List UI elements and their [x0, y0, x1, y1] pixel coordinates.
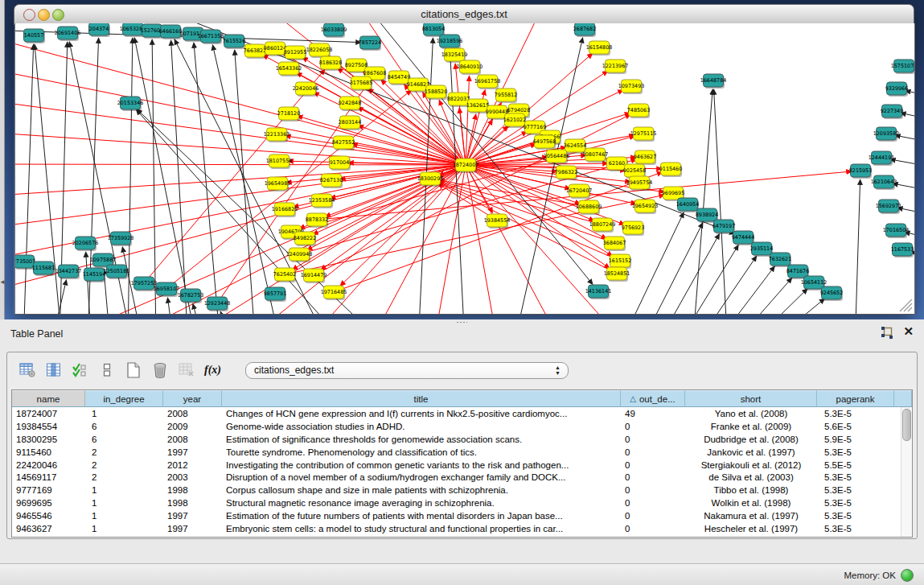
- graph-node-label: 18300295: [417, 175, 444, 182]
- delete-table-icon: [179, 363, 195, 377]
- graph-node-label: 2803144: [339, 119, 361, 126]
- graph-node-label: 14136141: [585, 288, 612, 295]
- graph-node-label: 1362615: [466, 102, 489, 109]
- table-row[interactable]: 1830029562008Estimation of significance …: [12, 433, 912, 446]
- table-cell-year: 1997: [163, 447, 222, 457]
- graph-edge: [763, 299, 825, 314]
- graph-node-label: 7857224: [359, 39, 381, 46]
- table-cell-year: 1997: [163, 511, 222, 521]
- network-window-titlebar[interactable]: citations_edges.txt: [14, 4, 914, 25]
- network-canvas[interactable]: 1405572069140620437410653287152760264661…: [14, 23, 915, 315]
- graph-edge: [171, 40, 188, 314]
- table-row[interactable]: 946554611997Estimation of the future num…: [12, 509, 912, 522]
- graph-node-label: 18724007: [453, 162, 479, 168]
- panel-splitter[interactable]: [0, 319, 924, 324]
- table-cell-pagerank: 5.3E-5: [817, 472, 894, 482]
- table-row[interactable]: 2242004622012Investigating the contribut…: [12, 459, 912, 472]
- table-cell-name: 9777169: [12, 485, 85, 495]
- table-row[interactable]: 1938455462009Genome-wide association stu…: [12, 420, 912, 433]
- graph-node-label: 9115460: [659, 166, 682, 172]
- graph-node-label: 9756923: [622, 225, 644, 231]
- column-header-out_degree[interactable]: △out_de...: [621, 390, 685, 407]
- graph-node-label: 16543362: [276, 65, 302, 72]
- splitter-grip-icon: [456, 321, 467, 323]
- table-cell-out_degree: 0: [621, 422, 685, 431]
- citation-network-graph[interactable]: 1405572069140620437410653287152760264661…: [15, 23, 914, 314]
- graph-edge: [298, 116, 466, 165]
- graph-node-label: 7632621: [769, 256, 791, 262]
- column-header-in_degree[interactable]: in_degree: [85, 390, 163, 407]
- graph-node-label: 19166825: [272, 206, 298, 212]
- graph-edge: [855, 179, 860, 314]
- graph-node-label: 62160: [609, 160, 625, 167]
- graph-node-label: 16033809: [321, 27, 347, 33]
- table-mode-button[interactable]: [17, 360, 37, 381]
- graph-node-label: 7615526: [223, 38, 245, 44]
- table-cell-title: Estimation of the future numbers of pati…: [222, 511, 621, 521]
- column-header-year[interactable]: year: [163, 390, 222, 407]
- table-row[interactable]: 969969511998Structural magnetic resonanc…: [12, 496, 912, 509]
- table-row[interactable]: 946362711997Embryonic stem cells: a mode…: [12, 522, 912, 535]
- table-row[interactable]: 977716911998Corpus callosum shape and si…: [12, 484, 912, 496]
- table-cell-out_degree: 0: [621, 472, 685, 482]
- graph-node-label: 6479197: [713, 223, 735, 229]
- graph-node-label: 2935114: [750, 245, 773, 252]
- graph-node-label: 10654112: [801, 279, 827, 286]
- graph-node-label: 9242848: [339, 100, 361, 106]
- graph-node-label: 10975887: [90, 257, 117, 263]
- table-cell-year: 1997: [163, 524, 222, 534]
- unselect-all-columns-button[interactable]: [97, 360, 117, 381]
- network-table-select[interactable]: citations_edges.txt ▲▼: [245, 362, 569, 379]
- graph-node-label: 9474444: [732, 234, 754, 241]
- graph-node-label: 22420046: [293, 85, 319, 92]
- table-row[interactable]: 911546021997Tourette syndrome. Phenomeno…: [12, 446, 912, 459]
- table-row[interactable]: 1872400712008Changes of HCN gene express…: [12, 407, 912, 420]
- table-cell-in_degree: 1: [85, 409, 163, 418]
- delete-columns-button[interactable]: [150, 360, 170, 381]
- delete-table-button[interactable]: [176, 360, 196, 381]
- graph-node-label: 19218596: [437, 38, 463, 44]
- table-row[interactable]: 1456911722003Disruption of a novel membe…: [12, 471, 912, 484]
- graph-node-label: 3624554: [564, 142, 586, 149]
- table-scrollbar[interactable]: [901, 407, 912, 537]
- create-column-button[interactable]: [123, 360, 143, 381]
- graph-node-label: 10807467: [582, 151, 609, 158]
- graph-edge: [675, 245, 738, 314]
- graph-node-label: 9329966: [885, 85, 908, 92]
- function-builder-button[interactable]: f(x): [203, 360, 223, 381]
- select-all-columns-button[interactable]: [70, 360, 90, 381]
- scrollbar-thumb[interactable]: [902, 409, 911, 441]
- graph-node-label: 16720407: [566, 187, 593, 194]
- table-cell-pagerank: 5.3E-5: [817, 498, 894, 508]
- graph-node-label: 7485063: [627, 107, 650, 113]
- canvas-resize-grip[interactable]: [897, 296, 913, 312]
- graph-node-label: 12093582: [873, 130, 900, 137]
- graph-node-label: 18640910: [457, 64, 483, 70]
- table-cell-out_degree: 0: [621, 511, 685, 521]
- graph-node-label: 13442737: [55, 268, 82, 274]
- network-desktop: citations_edges.txt 14055720691406204374…: [0, 0, 924, 319]
- graph-node-label: 10688609: [576, 204, 602, 210]
- graph-node-label: 12923448: [204, 300, 231, 307]
- graph-node-label: 19384554: [484, 217, 511, 224]
- panel-collapse-arrow-icon[interactable]: ◄: [0, 278, 6, 286]
- close-panel-icon[interactable]: ✕: [903, 325, 914, 337]
- show-columns-icon: [46, 363, 62, 377]
- show-columns-button[interactable]: [43, 360, 64, 381]
- float-panel-icon[interactable]: [881, 327, 893, 339]
- graph-node-label: 18107554: [266, 158, 293, 164]
- table-cell-out_degree: 49: [621, 409, 685, 418]
- table-cell-name: 9115460: [12, 447, 85, 457]
- graph-node-label: 12213967: [602, 63, 629, 69]
- column-header-name[interactable]: name: [12, 390, 85, 407]
- graph-node-label: 10973493: [618, 83, 645, 89]
- column-header-short[interactable]: short: [685, 390, 817, 407]
- memory-status-indicator[interactable]: [901, 569, 914, 582]
- column-header-title[interactable]: title: [222, 390, 621, 407]
- sort-ascending-icon: △: [630, 394, 636, 403]
- column-header-pagerank[interactable]: pagerank: [817, 390, 894, 407]
- graph-node-label: 6794028: [507, 107, 530, 113]
- graph-node-label: 3684067: [603, 240, 626, 246]
- graph-node-label: 16914479: [301, 272, 327, 278]
- graph-node-label: 2687682: [573, 26, 596, 32]
